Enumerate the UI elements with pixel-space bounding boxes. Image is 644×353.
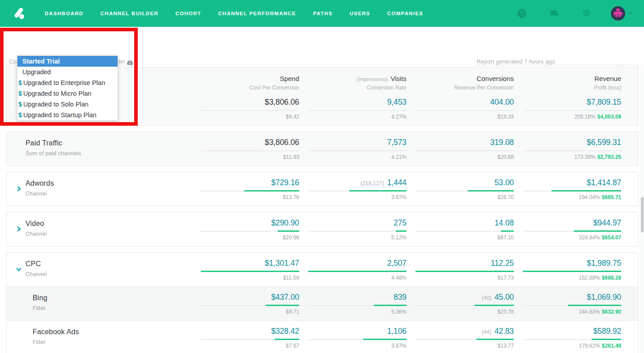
chevron-right-icon[interactable] [16, 185, 21, 193]
user-menu[interactable] [611, 6, 632, 21]
cell-main-value: 275 [394, 218, 407, 227]
cell-value[interactable]: $1,069.90 [523, 293, 621, 302]
cell-subvalue: $20.66 [201, 234, 299, 241]
table-row-bing: BingFilter$437.00$9.718395.36%(40)45.00$… [7, 286, 638, 320]
profit-amount: $654.07 [602, 234, 621, 241]
nav-item-channel-builder[interactable]: CHANNEL BUILDER [100, 11, 158, 16]
help-icon[interactable]: ? [517, 9, 527, 18]
cell-value[interactable]: 319.08 [415, 138, 514, 147]
nav-item-companies[interactable]: COMPANIES [387, 11, 424, 16]
cell-subvalue: 5.12% [308, 234, 407, 241]
cell-value[interactable]: (40)45.00 [415, 293, 514, 302]
cell-conversions: 319.08$20.68 [415, 138, 514, 160]
settings-gear-icon[interactable]: ⚙ [581, 9, 591, 18]
app-logo-icon[interactable] [12, 6, 27, 21]
cell-value[interactable]: $729.16 [201, 178, 299, 187]
cell-subvalue: $19.33 [415, 114, 514, 120]
cell-main-value: 1,444 [387, 178, 407, 187]
column-header-title: Conversions [477, 75, 514, 82]
cell-revenue: $589.92179.62%$261.49 [523, 327, 621, 349]
profit-percent: 173.39% [574, 154, 595, 160]
cell-main-value: 42.83 [495, 327, 514, 336]
cell-value[interactable]: $589.92 [523, 327, 621, 336]
cell-spend: $328.42$7.67 [201, 327, 299, 349]
cell-value[interactable]: $1,301.47 [201, 259, 299, 268]
chevron-down-icon[interactable] [16, 266, 21, 274]
cell-value[interactable]: 9,453 [308, 98, 407, 107]
cell-value[interactable]: $290.90 [201, 218, 299, 228]
value-bar-fill [278, 230, 299, 232]
value-bar-fill [415, 271, 514, 272]
cell-value[interactable]: (218,127)1,444 [308, 178, 407, 187]
value-bar-fill [266, 305, 299, 306]
cell-value[interactable]: 112.25 [415, 259, 514, 268]
vertical-scrollbar[interactable] [640, 65, 644, 353]
value-bar-track [201, 110, 299, 111]
cell-main-value: $1,414.87 [587, 178, 621, 187]
dropdown-item[interactable]: Started Trial [17, 56, 118, 67]
table-row-video[interactable]: VideoChannel$290.90$20.662755.12%14.08$6… [7, 213, 638, 246]
cell-value[interactable]: $6,599.31 [523, 138, 621, 147]
cell-main-value: 14.08 [495, 218, 514, 227]
dropdown-item[interactable]: $Upgraded to Solo Plan [17, 99, 118, 110]
dropdown-item[interactable]: $Upgraded to Micro Plan [17, 88, 118, 99]
cell-main-value: 2,507 [387, 259, 407, 268]
value-bar-fill [475, 305, 514, 306]
cell-main-value: 9,453 [387, 98, 407, 106]
dropdown-item[interactable]: Upgraded [17, 67, 118, 77]
scrollbar-thumb[interactable] [641, 197, 644, 233]
value-bar-track [201, 339, 299, 340]
value-bar-track [415, 231, 514, 232]
cell-subvalue: 5.36% [308, 309, 407, 315]
cell-subvalue: $23.78 [415, 309, 514, 315]
profit-percent: 179.62% [579, 343, 600, 349]
dropdown-item[interactable]: $Upgraded to Enterprise Plan [17, 77, 118, 88]
row-label: CPCChannel [17, 259, 192, 281]
cell-value[interactable]: $7,809.15 [523, 98, 621, 107]
row-subtitle: Channel [25, 231, 192, 237]
nav-item-dashboard[interactable]: DASHBOARD [45, 11, 83, 16]
nav-item-cohort[interactable]: COHORT [175, 11, 201, 16]
column-header-title: Spend [280, 75, 299, 82]
nav-item-channel-performance[interactable]: CHANNEL PERFORMANCE [218, 11, 296, 16]
chevron-right-icon[interactable] [16, 225, 21, 234]
cell-spend: $3,806.06$9.42 [201, 98, 299, 120]
top-nav: DASHBOARDCHANNEL BUILDERCOHORTCHANNEL PE… [0, 0, 644, 27]
cell-main-value: $3,806.06 [265, 138, 299, 147]
table-row-cpc[interactable]: CPCChannel$1,301.47$11.592,5074.48%112.2… [7, 253, 638, 286]
cell-value[interactable]: 1,106 [308, 327, 407, 336]
cell-value[interactable]: $1,989.75 [523, 259, 621, 268]
nav-item-users[interactable]: USERS [350, 11, 370, 16]
cell-main-value: 404.00 [490, 98, 514, 106]
cell-value[interactable]: $944.97 [523, 218, 621, 228]
cell-value[interactable]: 275 [308, 218, 407, 228]
profit-percent: 152.88% [579, 275, 600, 281]
dropdown-item[interactable]: $Upgraded to Startup Plan [17, 110, 118, 120]
cell-subvalue: $7.67 [201, 343, 299, 349]
chat-icon[interactable] [549, 9, 559, 18]
cell-subvalue: $9.71 [201, 309, 299, 315]
nav-item-paths[interactable]: PATHS [313, 11, 333, 16]
cell-spend: $3,806.06$11.93 [201, 138, 299, 160]
cell-value[interactable]: 404.00 [415, 98, 514, 107]
cell-value[interactable]: $437.00 [201, 293, 299, 302]
conversion-event-dropdown: Started TrialUpgraded$Upgraded to Enterp… [17, 55, 118, 121]
cell-conversions: 404.00$19.33 [415, 98, 514, 120]
cell-value[interactable]: (44)42.83 [415, 327, 514, 336]
cell-value[interactable]: 14.08 [415, 218, 514, 228]
row-title: Bing [33, 294, 192, 302]
cell-value[interactable]: 7,573 [308, 138, 407, 147]
dropdown-item-label: Upgraded to Solo Plan [23, 101, 89, 108]
row-subtitle: Filter [33, 339, 192, 345]
row-title: Video [25, 220, 192, 228]
cell-conversions: 112.25$17.73 [415, 259, 514, 281]
cell-value[interactable]: $1,414.87 [523, 178, 621, 187]
cell-value[interactable]: 53.00 [415, 178, 514, 187]
cell-value[interactable]: 2,507 [308, 259, 407, 268]
column-header-main: Spend [201, 75, 299, 82]
table-row-adwords[interactable]: AdwordsChannel$729.16$13.76(218,127)1,44… [7, 172, 638, 206]
cell-value[interactable]: 839 [308, 293, 407, 302]
cell-subvalue: $13.76 [201, 194, 299, 200]
dropdown-item-label: Upgraded to Enterprise Plan [23, 79, 105, 86]
cell-value[interactable]: $328.42 [201, 327, 299, 336]
